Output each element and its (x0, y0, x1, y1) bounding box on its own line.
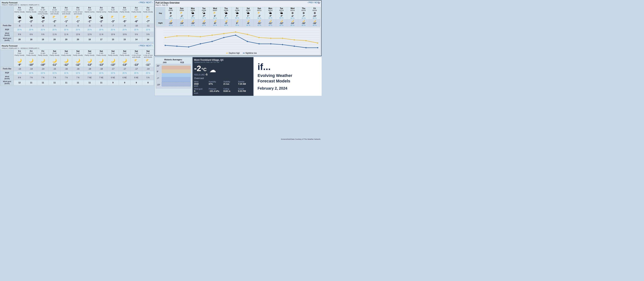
svg-point-41 (223, 37, 224, 38)
row-label-wind: Wind(km/h) (0, 32, 14, 37)
wind-val-1: 7 N (26, 75, 37, 80)
gust-val-8: 9 (107, 80, 119, 85)
svg-point-40 (212, 41, 213, 42)
ov-day-13: Fri02/16❄-10°60 % (309, 7, 320, 20)
hour-temp: -11° (52, 63, 57, 67)
humidity-val: 87% (209, 83, 223, 85)
gust-val-6: 11 (84, 80, 96, 85)
ov-night-5: 🌙-3°30 % (221, 20, 232, 27)
hour-icon: 🌙 (52, 58, 57, 63)
gust-val-11: 8 (142, 80, 154, 85)
wind-val-11: 9 N (142, 32, 154, 37)
hour-icon: 🌙 (17, 58, 22, 63)
overview-prev[interactable]: ‹ PREV (307, 2, 314, 4)
hourly-title-bottomleft: Hourly Forecast (2, 45, 39, 47)
footer-text: Screenshots/Data Courtesy of The Weather… (281, 138, 321, 140)
historic-mid: 9° (157, 71, 159, 73)
historic-month-jan: JAN (162, 62, 166, 64)
row-label-feels: Feels like (0, 24, 14, 28)
wind-val-7: 7 NE (96, 75, 107, 80)
hour-day: Fri (42, 50, 44, 52)
feels-val-6: -5 (84, 24, 96, 28)
wind-val-2: 7 N (37, 75, 49, 80)
ov-night-9: 🌙-11°10 % (265, 20, 276, 27)
pop-val-4: 10 % (60, 71, 72, 75)
hour-icon: 🌥 (18, 15, 22, 20)
feels-val-0: -13 (14, 67, 26, 71)
hour-col-8: Sat 5 am Partly cloudy 🌙 -13° (107, 50, 119, 67)
wind-val-9: 10 N (119, 32, 130, 37)
svg-point-33 (294, 39, 295, 41)
hour-col-2: Fri 11 pm Partly cloudy 🌙 -10° (37, 50, 49, 67)
ov-day-1: Sun02/04⛅-1°20 % (176, 7, 188, 20)
hour-col-2: Fri 11 am Cloudy with sunny breaks 🌤 -2° (37, 7, 49, 24)
historic-high: 25° (157, 65, 160, 67)
svg-point-28 (235, 32, 236, 33)
feels-val-1: -14 (26, 67, 37, 71)
ov-day-4: Wed02/07⛅0°20 % (210, 7, 221, 20)
feels-val-10: -17 (130, 67, 142, 71)
legend-daytime-label: Daytime high (229, 52, 240, 54)
hour-icon: 🌙 (122, 58, 127, 63)
sunrise-val: 7:20 AM (238, 83, 252, 85)
wind-val-9: 6 NE (119, 75, 130, 80)
hour-col-5: Fri 2 pm A mix of sun and clouds ⛅ -1° (72, 7, 84, 24)
hour-temp: -3° (111, 20, 114, 23)
hour-icon: ⛅ (76, 15, 80, 20)
hour-icon: 🌤 (41, 15, 45, 20)
svg-point-36 (165, 45, 166, 46)
prev-button-topleft[interactable]: ‹ PREV (138, 1, 145, 4)
hour-time: 12 am (52, 52, 57, 54)
wind-val-11: 5 N (142, 75, 154, 80)
hour-temp: -13° (122, 63, 127, 67)
hour-col-1: Fri 10 am Mainly cloudy 🌥 -2° (26, 7, 37, 24)
wind-val-6: 7 NE (84, 75, 96, 80)
hour-desc: Partly cloudy (49, 54, 60, 58)
hour-desc: Cloudy with sunny breaks (37, 11, 48, 15)
hour-temp: -10° (29, 63, 34, 67)
hour-desc: A mix of sun and clouds (49, 11, 60, 15)
next-button-bottomleft[interactable]: NEXT › (146, 45, 153, 47)
hour-time: 5 pm (111, 9, 115, 11)
hour-desc: Partly cloudy (108, 11, 118, 15)
feels-val-1: -6 (26, 24, 37, 28)
hour-time: 10 am (29, 9, 34, 11)
gust-val-0: 20 (14, 37, 26, 42)
ov-night-2: 🌙-15°10 % (188, 20, 198, 27)
hour-desc: A mix of sun and clouds (60, 11, 72, 15)
hour-time: 1 pm (64, 9, 68, 11)
hour-temp: -1° (64, 20, 68, 23)
hour-icon: 🌙 (64, 58, 68, 63)
svg-point-32 (282, 38, 283, 39)
hour-col-9: Sat 6 am Partly cloudy 🌙 -13° (119, 50, 130, 67)
gust-val-7: 11 (96, 80, 107, 85)
hour-day: Sat (146, 50, 150, 52)
hour-day: Sat (123, 50, 126, 52)
feels-val-5: -5 (72, 24, 84, 28)
hour-col-8: Fri 5 pm Partly cloudy ⛅ -3° (107, 7, 119, 24)
hour-col-0: Fri 9 am Mainly cloudy 🌥 -2° (14, 7, 26, 24)
hour-time: 3 am (88, 52, 92, 54)
hour-temp: -1° (88, 20, 91, 23)
pop-val-1: 20 % (26, 28, 37, 32)
current-updated: Updated on Fri, Feb 2 at 7:57 AM (194, 61, 252, 63)
hour-col-0: Fri 9 pm Partly cloudy 🌙 -9° (14, 50, 26, 67)
hour-day: Sat (76, 50, 80, 52)
gust-val-2: 18 (37, 37, 49, 42)
current-unit: °C (202, 67, 206, 72)
hour-time: 6 am (123, 52, 126, 54)
pop-val-6: 10 % (84, 71, 96, 75)
feels-val-3: -6 (49, 24, 60, 28)
svg-point-29 (247, 34, 248, 35)
wind-val-8: 10 N (107, 32, 119, 37)
hour-time: 9 am (18, 9, 21, 11)
wind-label: Wind (194, 81, 208, 83)
ov-day-12: Thu02/15❄-7°40 % (298, 7, 309, 20)
overview-close[interactable]: ✕ (318, 2, 320, 5)
prev-button-bottomleft[interactable]: ‹ PREV (138, 45, 145, 47)
svg-point-43 (247, 41, 248, 42)
wind-val-0: 9 N (14, 32, 26, 37)
gust-val-0: 12 (14, 80, 26, 85)
next-button-topleft[interactable]: NEXT › (146, 1, 153, 4)
pop-val-3: 10 % (49, 71, 60, 75)
